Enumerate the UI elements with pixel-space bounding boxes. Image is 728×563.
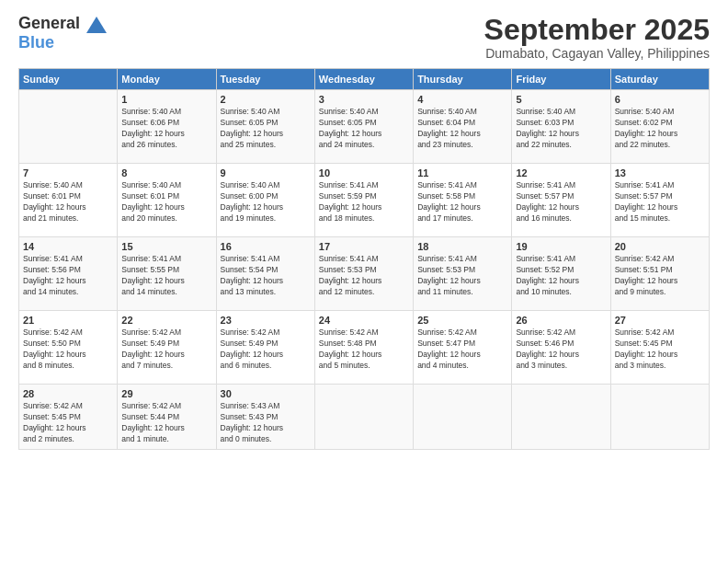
table-row [512,385,610,450]
logo: General Blue [18,14,108,52]
day-info: Sunrise: 5:42 AM Sunset: 5:45 PM Dayligh… [615,327,705,372]
table-row: 16Sunrise: 5:41 AM Sunset: 5:54 PM Dayli… [216,237,314,311]
table-row: 28Sunrise: 5:42 AM Sunset: 5:45 PM Dayli… [19,385,118,450]
day-info: Sunrise: 5:40 AM Sunset: 6:05 PM Dayligh… [319,107,409,151]
table-row: 6Sunrise: 5:40 AM Sunset: 6:02 PM Daylig… [610,90,709,164]
col-sunday: Sunday [19,69,118,90]
table-row: 15Sunrise: 5:41 AM Sunset: 5:55 PM Dayli… [118,237,216,311]
page: General Blue September 2025 Dumabato, Ca… [0,0,728,563]
table-row: 11Sunrise: 5:41 AM Sunset: 5:58 PM Dayli… [414,164,512,237]
day-info: Sunrise: 5:41 AM Sunset: 5:59 PM Dayligh… [319,180,409,224]
day-info: Sunrise: 5:40 AM Sunset: 6:06 PM Dayligh… [121,107,211,151]
logo-line1: General [18,14,108,33]
day-info: Sunrise: 5:40 AM Sunset: 6:04 PM Dayligh… [417,107,507,151]
day-number: 7 [23,167,113,178]
location-subtitle: Dumabato, Cagayan Valley, Philippines [484,46,710,61]
day-info: Sunrise: 5:42 AM Sunset: 5:44 PM Dayligh… [121,401,211,445]
day-info: Sunrise: 5:41 AM Sunset: 5:53 PM Dayligh… [319,254,409,298]
table-row: 29Sunrise: 5:42 AM Sunset: 5:44 PM Dayli… [118,385,216,450]
day-number: 17 [319,241,409,252]
day-info: Sunrise: 5:42 AM Sunset: 5:49 PM Dayligh… [221,327,311,372]
logo-text: General Blue [18,14,108,52]
day-number: 22 [121,315,211,326]
col-friday: Friday [512,69,610,90]
table-row: 12Sunrise: 5:41 AM Sunset: 5:57 PM Dayli… [512,164,610,237]
logo-general: General [18,14,80,32]
table-row: 20Sunrise: 5:42 AM Sunset: 5:51 PM Dayli… [610,237,709,311]
table-row: 22Sunrise: 5:42 AM Sunset: 5:49 PM Dayli… [118,311,216,385]
day-number: 27 [615,315,705,326]
table-row: 27Sunrise: 5:42 AM Sunset: 5:45 PM Dayli… [610,311,709,385]
day-number: 16 [221,241,311,252]
day-number: 28 [23,388,113,399]
day-info: Sunrise: 5:41 AM Sunset: 5:56 PM Dayligh… [23,254,113,298]
day-info: Sunrise: 5:42 AM Sunset: 5:48 PM Dayligh… [319,327,409,372]
table-row [610,385,709,450]
table-row: 8Sunrise: 5:40 AM Sunset: 6:01 PM Daylig… [118,164,216,237]
day-number: 23 [221,315,311,326]
day-info: Sunrise: 5:40 AM Sunset: 6:01 PM Dayligh… [23,180,113,224]
day-number: 4 [417,94,507,105]
day-info: Sunrise: 5:41 AM Sunset: 5:57 PM Dayligh… [516,180,606,224]
table-row: 26Sunrise: 5:42 AM Sunset: 5:46 PM Dayli… [512,311,610,385]
header: General Blue September 2025 Dumabato, Ca… [18,14,710,61]
logo-blue: Blue [18,33,54,52]
svg-marker-0 [86,17,107,33]
table-row: 23Sunrise: 5:42 AM Sunset: 5:49 PM Dayli… [216,311,314,385]
table-row [19,90,118,164]
day-info: Sunrise: 5:40 AM Sunset: 6:01 PM Dayligh… [121,180,211,224]
day-number: 25 [417,315,507,326]
day-number: 30 [221,388,311,399]
col-tuesday: Tuesday [216,69,314,90]
table-row [414,385,512,450]
day-info: Sunrise: 5:42 AM Sunset: 5:46 PM Dayligh… [516,327,606,372]
day-number: 13 [615,167,705,178]
day-number: 3 [319,94,409,105]
day-number: 9 [221,167,311,178]
table-row: 3Sunrise: 5:40 AM Sunset: 6:05 PM Daylig… [314,90,413,164]
table-row: 2Sunrise: 5:40 AM Sunset: 6:05 PM Daylig… [216,90,314,164]
logo-line2: Blue [18,33,108,52]
col-wednesday: Wednesday [314,69,413,90]
day-number: 20 [615,241,705,252]
day-info: Sunrise: 5:42 AM Sunset: 5:50 PM Dayligh… [23,327,113,372]
table-row: 18Sunrise: 5:41 AM Sunset: 5:53 PM Dayli… [414,237,512,311]
day-info: Sunrise: 5:40 AM Sunset: 6:02 PM Dayligh… [615,107,705,151]
day-number: 19 [516,241,606,252]
day-info: Sunrise: 5:41 AM Sunset: 5:52 PM Dayligh… [516,254,606,298]
table-row: 9Sunrise: 5:40 AM Sunset: 6:00 PM Daylig… [216,164,314,237]
day-number: 10 [319,167,409,178]
day-number: 29 [121,388,211,399]
day-info: Sunrise: 5:42 AM Sunset: 5:45 PM Dayligh… [23,401,113,445]
day-info: Sunrise: 5:42 AM Sunset: 5:47 PM Dayligh… [417,327,507,372]
day-number: 1 [121,94,211,105]
day-info: Sunrise: 5:40 AM Sunset: 6:00 PM Dayligh… [221,180,311,224]
day-number: 8 [121,167,211,178]
day-number: 21 [23,315,113,326]
table-row: 13Sunrise: 5:41 AM Sunset: 5:57 PM Dayli… [610,164,709,237]
title-block: September 2025 Dumabato, Cagayan Valley,… [484,14,710,61]
day-info: Sunrise: 5:40 AM Sunset: 6:05 PM Dayligh… [221,107,311,151]
col-saturday: Saturday [610,69,709,90]
header-row: Sunday Monday Tuesday Wednesday Thursday… [19,69,710,90]
table-row: 24Sunrise: 5:42 AM Sunset: 5:48 PM Dayli… [314,311,413,385]
table-row: 1Sunrise: 5:40 AM Sunset: 6:06 PM Daylig… [118,90,216,164]
logo-icon [86,17,107,33]
table-row: 30Sunrise: 5:43 AM Sunset: 5:43 PM Dayli… [216,385,314,450]
day-info: Sunrise: 5:41 AM Sunset: 5:55 PM Dayligh… [121,254,211,298]
day-number: 2 [221,94,311,105]
col-monday: Monday [118,69,216,90]
table-row [314,385,413,450]
table-row: 21Sunrise: 5:42 AM Sunset: 5:50 PM Dayli… [19,311,118,385]
day-info: Sunrise: 5:41 AM Sunset: 5:54 PM Dayligh… [221,254,311,298]
table-row: 19Sunrise: 5:41 AM Sunset: 5:52 PM Dayli… [512,237,610,311]
day-info: Sunrise: 5:40 AM Sunset: 6:03 PM Dayligh… [516,107,606,151]
day-number: 26 [516,315,606,326]
day-number: 24 [319,315,409,326]
day-info: Sunrise: 5:41 AM Sunset: 5:53 PM Dayligh… [417,254,507,298]
day-info: Sunrise: 5:43 AM Sunset: 5:43 PM Dayligh… [221,401,311,445]
day-number: 15 [121,241,211,252]
calendar-table: Sunday Monday Tuesday Wednesday Thursday… [18,68,710,450]
table-row: 5Sunrise: 5:40 AM Sunset: 6:03 PM Daylig… [512,90,610,164]
table-row: 10Sunrise: 5:41 AM Sunset: 5:59 PM Dayli… [314,164,413,237]
